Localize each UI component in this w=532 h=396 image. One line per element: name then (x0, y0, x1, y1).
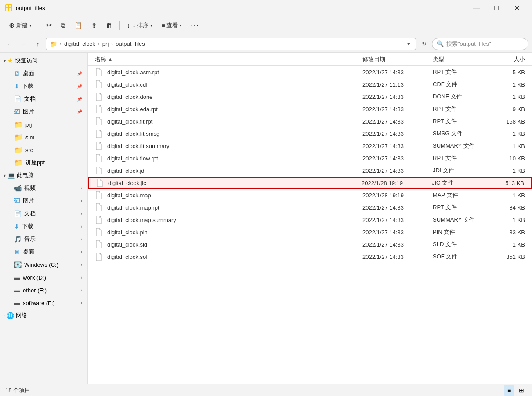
file-size: 5 KB (490, 69, 525, 76)
sidebar-item-desktop[interactable]: 🖥 桌面 📌 (2, 67, 86, 80)
file-size: 10 KB (490, 155, 525, 162)
table-row[interactable]: digital_clock.eda.rpt 2022/1/27 14:33 RP… (88, 103, 532, 115)
file-date: 2022/1/27 14:33 (362, 69, 433, 76)
back-button[interactable]: ← (4, 38, 16, 50)
sidebar-item-documents[interactable]: 📄 文档 📌 (2, 93, 86, 105)
sidebar-item-windows-c[interactable]: 💽 Windows (C:) › (2, 258, 86, 271)
search-icon: 🔍 (437, 40, 444, 47)
table-row[interactable]: digital_clock.sld 2022/1/27 14:33 SLD 文件… (88, 238, 532, 251)
software-f-label: software (F:) (23, 300, 55, 306)
minimize-button[interactable]: — (466, 1, 486, 15)
address-bar[interactable]: 📁 › digital_clock › prj › output_files ▾ (46, 38, 416, 50)
maximize-button[interactable]: □ (486, 1, 507, 15)
search-bar[interactable]: 🔍 搜索"output_files" (432, 38, 528, 50)
table-row[interactable]: digital_clock.map.summary 2022/1/27 14:3… (88, 214, 532, 226)
file-type: RPT 文件 (433, 68, 490, 76)
col-name-header[interactable]: 名称 ▲ (95, 55, 362, 63)
table-row[interactable]: digital_clock.asm.rpt 2022/1/27 14:33 RP… (88, 66, 532, 78)
sidebar-item-other-e[interactable]: ▬ other (E:) › (2, 284, 86, 296)
sidebar-item-pictures[interactable]: 🖼 图片 📌 (2, 105, 86, 118)
table-row[interactable]: digital_clock.jdi 2022/1/27 14:33 JDI 文件… (88, 164, 532, 177)
file-type: RPT 文件 (433, 117, 490, 125)
table-row[interactable]: digital_clock.sof 2022/1/27 14:33 SOF 文件… (88, 251, 532, 263)
table-row[interactable]: digital_clock.fit.rpt 2022/1/27 14:33 RP… (88, 115, 532, 127)
table-row[interactable]: digital_clock.map.rpt 2022/1/27 14:33 RP… (88, 201, 532, 214)
new-label: 新建 (16, 22, 28, 29)
window-icon (5, 4, 12, 11)
address-dropdown-button[interactable]: ▾ (405, 40, 412, 47)
table-row[interactable]: digital_clock.pin 2022/1/27 14:33 PIN 文件… (88, 226, 532, 238)
sidebar-section-this-pc[interactable]: ▾ 💻 此电脑 (0, 169, 87, 182)
file-date: 2022/1/27 14:33 (362, 131, 433, 137)
view-button[interactable]: ≡ 查看 ▾ (158, 18, 185, 33)
address-segment-1: digital_clock (64, 40, 95, 47)
file-name: digital_clock.map.rpt (107, 204, 362, 211)
sidebar-item-music[interactable]: 🎵 音乐 › (2, 233, 86, 245)
table-row[interactable]: digital_clock.jic 2022/1/28 19:19 JIC 文件… (88, 177, 532, 189)
file-name: digital_clock.done (107, 94, 362, 100)
pc-desktop-expand-chevron: › (81, 250, 82, 254)
more-button[interactable]: ··· (187, 18, 203, 33)
sidebar-item-software-f[interactable]: ▬ software (F:) › (2, 297, 86, 309)
search-placeholder: 搜索"output_files" (446, 40, 491, 48)
address-segment-3: output_files (116, 40, 145, 47)
file-type: SUMMARY 文件 (433, 216, 490, 224)
sidebar-item-pc-desktop[interactable]: 🖥 桌面 › (2, 246, 86, 258)
cut-button[interactable]: ✂ (43, 18, 55, 33)
sort-button[interactable]: ↕ ↕ 排序 ▾ (123, 18, 156, 33)
refresh-button[interactable]: ↻ (418, 38, 430, 50)
copy-button[interactable]: ⧉ (57, 18, 69, 33)
sidebar-item-lecture[interactable]: 📁 讲座ppt (2, 156, 86, 169)
share-button[interactable]: ⇪ (88, 18, 101, 33)
file-name: digital_clock.jdi (107, 167, 362, 174)
file-size: 9 KB (490, 106, 525, 113)
col-type-header[interactable]: 类型 (433, 55, 490, 63)
sidebar-item-pc-pictures[interactable]: 🖼 图片 › (2, 195, 86, 207)
sidebar-item-downloads[interactable]: ⬇ 下载 📌 (2, 80, 86, 92)
file-date: 2022/1/27 11:13 (362, 81, 433, 88)
status-bar: 18 个项目 ≡ ⊞ (0, 384, 532, 396)
file-icon (95, 142, 103, 150)
view-chevron: ▾ (180, 23, 182, 28)
paste-button[interactable]: 📋 (71, 18, 86, 33)
file-size: 1 KB (490, 167, 525, 174)
sidebar-item-work-d[interactable]: ▬ work (D:) › (2, 271, 86, 283)
sidebar-item-pc-documents[interactable]: 📄 文档 › (2, 207, 86, 220)
file-icon (95, 117, 103, 125)
table-row[interactable]: digital_clock.map 2022/1/28 19:19 MAP 文件… (88, 189, 532, 201)
forward-button[interactable]: → (18, 38, 30, 50)
new-chevron: ▾ (29, 23, 32, 28)
table-row[interactable]: digital_clock.fit.smsg 2022/1/27 14:33 S… (88, 127, 532, 140)
col-type-label: 类型 (433, 56, 444, 62)
sidebar-item-pc-downloads[interactable]: ⬇ 下载 › (2, 220, 86, 233)
list-view-button[interactable]: ≡ (504, 385, 514, 396)
sidebar-item-src[interactable]: 📁 src (2, 144, 86, 156)
sidebar-item-videos[interactable]: 📹 视频 › (2, 182, 86, 194)
sidebar-section-quick-access[interactable]: ▾ ★ 快速访问 (0, 54, 87, 67)
view-label: 查看 (166, 22, 178, 29)
status-count: 18 个项目 (5, 386, 30, 394)
file-date: 2022/1/27 14:33 (362, 204, 433, 211)
table-row[interactable]: digital_clock.done 2022/1/27 14:33 DONE … (88, 91, 532, 103)
svg-rect-2 (6, 8, 8, 11)
sidebar-section-network[interactable]: › 🌐 网络 (0, 309, 87, 322)
file-name-cell: digital_clock.eda.rpt (95, 105, 362, 113)
view-icon: ≡ (161, 22, 165, 29)
close-button[interactable]: ✕ (507, 1, 527, 15)
delete-button[interactable]: 🗑 (102, 18, 116, 33)
col-date-header[interactable]: 修改日期 (362, 55, 433, 63)
up-button[interactable]: ↑ (32, 38, 44, 50)
title-bar-left: output_files (5, 4, 45, 11)
sidebar-item-prj[interactable]: 📁 prj (2, 118, 86, 131)
file-size: 1 KB (490, 81, 525, 88)
grid-view-button[interactable]: ⊞ (516, 385, 527, 396)
new-button[interactable]: ⊕ 新建 ▾ (5, 18, 35, 33)
col-size-header[interactable]: 大小 (490, 55, 525, 63)
table-row[interactable]: digital_clock.flow.rpt 2022/1/27 14:33 R… (88, 152, 532, 164)
table-row[interactable]: digital_clock.fit.summary 2022/1/27 14:3… (88, 140, 532, 152)
file-icon (95, 130, 103, 138)
sidebar-item-sim[interactable]: 📁 sim (2, 131, 86, 143)
table-row[interactable]: digital_clock.cdf 2022/1/27 11:13 CDF 文件… (88, 78, 532, 91)
svg-rect-0 (6, 5, 8, 7)
file-name: digital_clock.fit.smsg (107, 131, 362, 137)
